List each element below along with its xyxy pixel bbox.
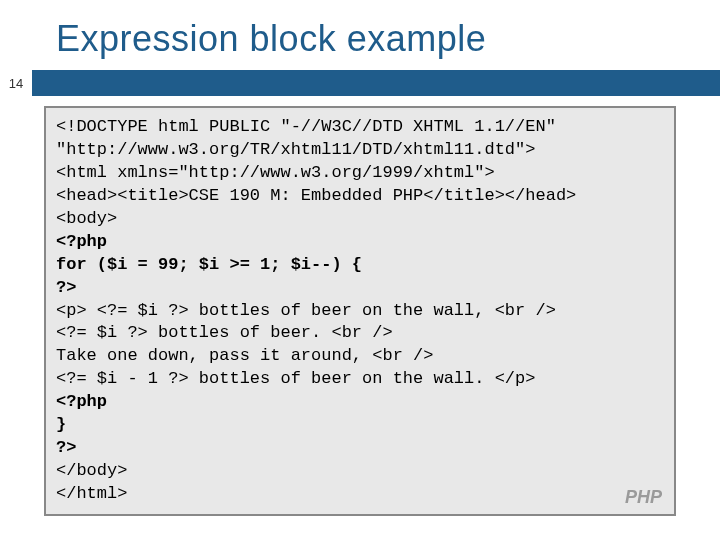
slide-title: Expression block example — [0, 0, 720, 70]
code-line: <?php — [56, 392, 107, 411]
code-line: "http://www.w3.org/TR/xhtml11/DTD/xhtml1… — [56, 140, 535, 159]
code-line: <head><title>CSE 190 M: Embedded PHP</ti… — [56, 186, 576, 205]
code-line: ?> — [56, 438, 76, 457]
code-line: <html xmlns="http://www.w3.org/1999/xhtm… — [56, 163, 495, 182]
language-label: PHP — [625, 487, 662, 508]
code-line: <!DOCTYPE html PUBLIC "-//W3C//DTD XHTML… — [56, 117, 556, 136]
page-number: 14 — [0, 70, 32, 96]
accent-bar — [32, 70, 720, 96]
code-line: <?php — [56, 232, 107, 251]
slide: Expression block example 14 <!DOCTYPE ht… — [0, 0, 720, 540]
accent-bar-row: 14 — [0, 70, 720, 96]
code-content: <!DOCTYPE html PUBLIC "-//W3C//DTD XHTML… — [56, 116, 664, 506]
code-block: <!DOCTYPE html PUBLIC "-//W3C//DTD XHTML… — [44, 106, 676, 516]
code-line: for ($i = 99; $i >= 1; $i--) { — [56, 255, 362, 274]
code-line: <?= $i ?> bottles of beer. <br /> — [56, 323, 393, 342]
code-line: <body> — [56, 209, 117, 228]
code-line: <p> <?= $i ?> bottles of beer on the wal… — [56, 301, 556, 320]
code-line: ?> — [56, 278, 76, 297]
code-line: <?= $i - 1 ?> bottles of beer on the wal… — [56, 369, 535, 388]
code-line: </html> — [56, 484, 127, 503]
code-line: </body> — [56, 461, 127, 480]
code-line: Take one down, pass it around, <br /> — [56, 346, 433, 365]
code-line: } — [56, 415, 66, 434]
